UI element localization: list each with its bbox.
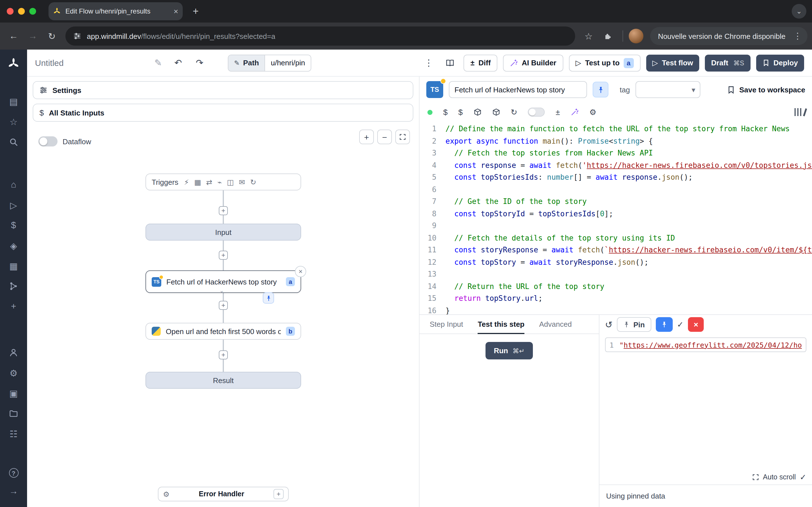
bookmark-star-icon[interactable]: ☆ xyxy=(580,27,598,45)
profile-avatar[interactable] xyxy=(629,29,644,43)
reset-code-icon[interactable]: ↻ xyxy=(511,108,517,117)
test-flow-button[interactable]: ▷ Test flow xyxy=(646,54,700,71)
tab-test-this-step[interactable]: Test this step xyxy=(478,315,525,334)
test-up-to-button[interactable]: ▷ Test up to a xyxy=(569,54,640,71)
site-settings-icon[interactable] xyxy=(73,32,81,40)
all-static-inputs-row[interactable]: $ All Static Inputs xyxy=(33,104,413,122)
more-options-kebab-icon[interactable]: ⋮ xyxy=(421,55,437,71)
flow-name-input[interactable] xyxy=(35,58,147,68)
add-step-button-4[interactable]: + xyxy=(219,350,228,359)
http-route-icon[interactable]: ⇄ xyxy=(206,178,212,186)
postgres-icon[interactable]: ◫ xyxy=(227,178,234,186)
webhook-icon[interactable]: ⚡ xyxy=(184,178,189,186)
close-window-button[interactable] xyxy=(7,8,13,15)
folders-icon[interactable] xyxy=(7,407,20,420)
variables-icon[interactable]: $ xyxy=(7,219,20,232)
search-icon[interactable] xyxy=(7,135,20,149)
flow-settings-row[interactable]: Settings xyxy=(33,81,413,99)
code-lines[interactable]: // Define the main function to fetch the… xyxy=(446,123,812,314)
test-up-to-step-badge[interactable]: a xyxy=(624,58,634,68)
apps-grid-icon[interactable]: ☷ xyxy=(7,427,20,441)
runs-icon[interactable]: ▷ xyxy=(7,198,20,212)
tab-step-input[interactable]: Step Input xyxy=(430,315,463,334)
error-handler-node[interactable]: ⚙ Error Handler + xyxy=(158,487,289,501)
docs-book-icon[interactable] xyxy=(442,55,458,71)
flow-canvas[interactable]: Dataflow + − Triggers ⚡▦⇄⌁◫✉↻ + Input + … xyxy=(27,122,419,507)
resources-icon[interactable]: ◈ xyxy=(7,239,20,252)
result-node[interactable]: Result xyxy=(146,372,301,389)
schedules-icon[interactable]: ▦ xyxy=(7,259,20,273)
static-inputs-icon[interactable]: $ xyxy=(443,108,448,117)
add-error-handler-button[interactable]: + xyxy=(273,489,284,499)
input-node[interactable]: Input xyxy=(146,224,301,240)
browser-menu-kebab-icon[interactable]: ⋮ xyxy=(791,31,804,41)
add-step-button-2[interactable]: + xyxy=(219,251,228,260)
collapse-sidebar-icon[interactable]: → xyxy=(7,485,20,498)
diff-mode-toggle[interactable] xyxy=(528,108,545,117)
user-icon[interactable] xyxy=(7,346,20,359)
expand-icon[interactable] xyxy=(752,473,759,480)
path-control[interactable]: ✎ Path u/henri/pin xyxy=(228,54,311,71)
library-icon[interactable] xyxy=(794,108,804,116)
code-editor[interactable]: 12345678910111213141516 // Define the ma… xyxy=(419,122,812,314)
variables-picker-icon[interactable]: $ xyxy=(458,108,463,117)
runs-list-icon[interactable]: ▤ xyxy=(7,95,20,108)
browser-tab[interactable]: Edit Flow u/henri/pin_results × xyxy=(49,2,183,20)
websocket-icon[interactable]: ⌁ xyxy=(217,178,222,186)
draft-button[interactable]: Draft ⌘S xyxy=(705,54,750,71)
chrome-update-button[interactable]: Nouvelle version de Chrome disponible ⋮ xyxy=(650,27,808,45)
save-to-workspace-button[interactable]: Save to workspace xyxy=(727,86,805,94)
pinned-active-button[interactable] xyxy=(656,317,672,332)
flows-icon[interactable] xyxy=(7,279,20,293)
zoom-out-button[interactable]: − xyxy=(377,129,392,144)
diff-icon[interactable]: ± xyxy=(556,108,560,117)
new-tab-button[interactable]: + xyxy=(188,4,203,18)
extensions-puzzle-icon[interactable] xyxy=(599,27,617,45)
clear-pin-button[interactable]: × xyxy=(688,317,704,332)
home-icon[interactable]: ⌂ xyxy=(7,178,20,191)
tab-advanced[interactable]: Advanced xyxy=(539,315,572,334)
pin-data-button[interactable]: Pin xyxy=(617,317,651,332)
editor-settings-gear-icon[interactable]: ⚙ xyxy=(589,108,596,117)
kafka-icon[interactable]: ↻ xyxy=(250,178,256,186)
pinned-result-editor[interactable]: 1 "https://www.geoffreylitt.com/2025/04/… xyxy=(605,337,806,352)
reload-button[interactable]: ↻ xyxy=(43,27,61,45)
windmill-logo-icon[interactable] xyxy=(7,57,20,70)
diff-button[interactable]: ± Diff xyxy=(464,54,498,71)
accept-check-icon[interactable]: ✓ xyxy=(677,320,683,329)
tag-select[interactable]: ▾ xyxy=(636,81,700,98)
email-icon[interactable]: ✉ xyxy=(239,178,245,186)
tab-search-chevron-icon[interactable]: ⌄ xyxy=(792,4,806,18)
minimize-window-button[interactable] xyxy=(18,8,25,15)
run-button[interactable]: Run ⌘↵ xyxy=(485,342,533,359)
auto-scroll-check-icon[interactable]: ✓ xyxy=(800,472,806,482)
deploy-button[interactable]: Deploy xyxy=(756,54,804,71)
undo-button[interactable]: ↶ xyxy=(170,55,186,71)
path-value[interactable]: u/henri/pin xyxy=(264,55,310,71)
dependencies-package-icon[interactable] xyxy=(492,108,500,116)
settings-icon[interactable]: ⚙ xyxy=(7,366,20,380)
edit-name-pencil-icon[interactable]: ✎ xyxy=(152,55,165,71)
step-title-input[interactable] xyxy=(449,81,587,98)
add-step-button-1[interactable]: + xyxy=(219,206,228,215)
workers-icon[interactable]: ▣ xyxy=(7,386,20,400)
flow-name-field[interactable]: ✎ xyxy=(35,55,165,71)
step-node-b[interactable]: Open url and fetch first 500 words of ..… xyxy=(146,323,301,340)
help-icon[interactable]: ? xyxy=(9,468,18,478)
pin-step-button[interactable] xyxy=(593,82,608,98)
ai-builder-button[interactable]: AI Builder xyxy=(503,54,563,71)
schedule-icon[interactable]: ▦ xyxy=(194,178,201,186)
ai-assist-wand-icon[interactable] xyxy=(571,108,578,116)
tab-close-icon[interactable]: × xyxy=(174,7,178,16)
redo-button[interactable]: ↷ xyxy=(192,55,207,71)
address-bar[interactable]: app.windmill.dev/flows/edit/u/henri/pin_… xyxy=(65,26,575,46)
fit-view-button[interactable] xyxy=(395,129,410,144)
collapse-step-chevron-icon[interactable]: ⌄ xyxy=(219,287,224,293)
forward-button[interactable]: → xyxy=(24,27,42,45)
back-button[interactable]: ← xyxy=(4,27,22,45)
favorites-icon[interactable]: ☆ xyxy=(7,115,20,128)
dataflow-toggle[interactable] xyxy=(38,136,57,147)
add-icon[interactable]: + xyxy=(7,300,20,313)
pinned-step-icon[interactable] xyxy=(263,292,274,304)
triggers-node[interactable]: Triggers ⚡▦⇄⌁◫✉↻ xyxy=(146,173,301,190)
